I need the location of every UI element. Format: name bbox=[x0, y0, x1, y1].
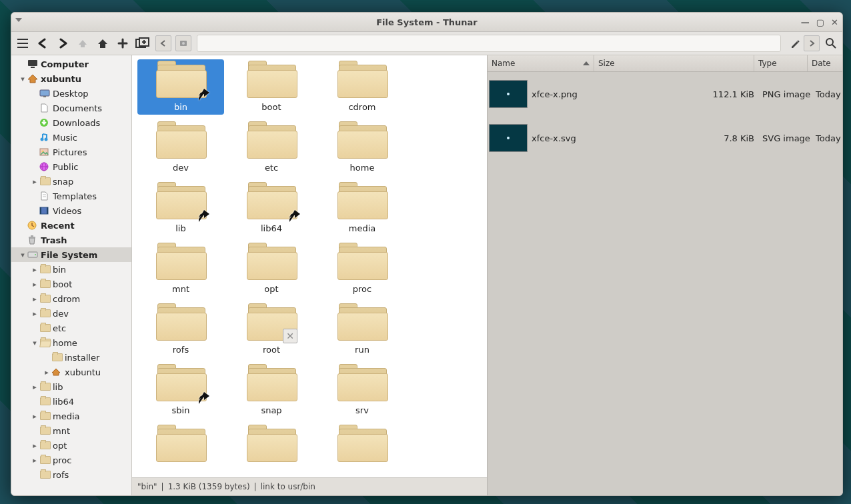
sidebar-fs-etc[interactable]: etc bbox=[11, 321, 131, 335]
folder-partial[interactable] bbox=[319, 423, 405, 469]
sidebar-fs-installer[interactable]: installer bbox=[11, 350, 131, 365]
edit-path-button[interactable] bbox=[786, 35, 804, 52]
sidebar-fs-media[interactable]: ▸ media bbox=[11, 409, 131, 423]
path-bar[interactable] bbox=[197, 35, 781, 52]
folder-icon bbox=[39, 426, 51, 436]
folder-dev[interactable]: dev bbox=[137, 120, 224, 175]
folder-cdrom[interactable]: cdrom bbox=[319, 59, 405, 115]
preview-row[interactable]: xfce-x.png 112.1 KiB PNG image Today bbox=[488, 72, 842, 116]
icon-view[interactable]: bin boot cdrom dev etc home lib bbox=[132, 55, 487, 477]
preview-row[interactable]: xfce-x.svg 7.8 KiB SVG image Today bbox=[488, 116, 842, 160]
sidebar-item-public[interactable]: Public bbox=[11, 159, 131, 174]
expander-icon[interactable]: ▸ bbox=[30, 456, 39, 465]
folder-media[interactable]: media bbox=[319, 181, 405, 236]
new-button[interactable] bbox=[114, 35, 131, 52]
sidebar-recent[interactable]: Recent bbox=[11, 218, 131, 233]
expander-icon[interactable]: ▾ bbox=[18, 251, 27, 259]
titlebar[interactable]: File System - Thunar — ▢ ✕ bbox=[11, 13, 842, 32]
column-size[interactable]: Size bbox=[594, 55, 754, 71]
folder-lib64[interactable]: lib64 bbox=[228, 181, 315, 236]
file-date: Today bbox=[816, 133, 842, 143]
expander-icon[interactable]: ▸ bbox=[30, 177, 39, 186]
folder-partial[interactable] bbox=[228, 423, 315, 469]
folder-boot[interactable]: boot bbox=[228, 59, 315, 115]
sidebar-fs-proc[interactable]: ▸ proc bbox=[11, 453, 131, 467]
folder-icon bbox=[39, 470, 51, 480]
sidebar-item-pictures[interactable]: Pictures bbox=[11, 145, 131, 159]
path-next-button[interactable] bbox=[804, 35, 820, 51]
close-button[interactable]: ✕ bbox=[831, 17, 838, 27]
sidebar-item-downloads[interactable]: Downloads bbox=[11, 115, 131, 130]
folder-rofs[interactable]: rofs bbox=[137, 302, 224, 357]
hamburger-menu-icon[interactable] bbox=[14, 35, 31, 52]
folder-run[interactable]: run bbox=[319, 302, 405, 357]
search-button[interactable] bbox=[822, 35, 840, 52]
preview-body[interactable]: xfce-x.png 112.1 KiB PNG image Today xfc… bbox=[488, 72, 842, 495]
window-menu-icon[interactable] bbox=[15, 18, 22, 22]
sidebar-fs-opt[interactable]: ▸ opt bbox=[11, 438, 131, 453]
folder-sbin[interactable]: sbin bbox=[137, 363, 224, 418]
sidebar-fs-home[interactable]: ▾ home bbox=[11, 335, 131, 350]
column-date[interactable]: Date bbox=[808, 55, 842, 71]
sidebar-trash[interactable]: Trash bbox=[11, 233, 131, 247]
column-type[interactable]: Type bbox=[754, 55, 808, 71]
maximize-button[interactable]: ▢ bbox=[816, 17, 824, 27]
folder-home[interactable]: home bbox=[319, 120, 405, 175]
sidebar-fs-boot[interactable]: ▸ boot bbox=[11, 277, 131, 291]
expander-icon[interactable]: ▸ bbox=[42, 368, 51, 377]
home-button[interactable] bbox=[94, 35, 111, 52]
sidebar-item-templates[interactable]: Templates bbox=[11, 189, 131, 203]
back-button[interactable] bbox=[34, 35, 51, 52]
preview-header[interactable]: Name Size Type Date bbox=[488, 55, 842, 72]
expander-icon[interactable]: ▸ bbox=[30, 280, 39, 289]
sidebar-filesystem[interactable]: ▾ File System bbox=[11, 247, 131, 262]
sidebar-item-videos[interactable]: Videos bbox=[11, 203, 131, 218]
folder-icon bbox=[244, 183, 299, 221]
sidebar-fs-dev[interactable]: ▸ dev bbox=[11, 306, 131, 321]
minimize-button[interactable]: — bbox=[801, 17, 810, 27]
expander-icon[interactable]: ▸ bbox=[30, 265, 39, 274]
sidebar-fs-mnt[interactable]: mnt bbox=[11, 423, 131, 438]
folder-bin[interactable]: bin bbox=[137, 59, 224, 115]
expander-icon[interactable]: ▸ bbox=[30, 309, 39, 318]
expander-icon[interactable]: ▸ bbox=[30, 441, 39, 450]
sidebar-home[interactable]: ▾ xubuntu bbox=[11, 71, 131, 86]
sidebar[interactable]: Computer ▾ xubuntu Desktop Documents Dow… bbox=[11, 55, 132, 495]
sidebar-item-documents[interactable]: Documents bbox=[11, 101, 131, 115]
expander-icon[interactable]: ▾ bbox=[18, 75, 27, 83]
folder-srv[interactable]: srv bbox=[319, 363, 405, 418]
folder-mnt[interactable]: mnt bbox=[137, 241, 224, 297]
sidebar-fs-xubuntu[interactable]: ▸ xubuntu bbox=[11, 365, 131, 379]
expander-icon[interactable]: ▾ bbox=[30, 339, 39, 347]
folder-snap[interactable]: snap bbox=[228, 363, 315, 418]
folder-icon: ✕ bbox=[244, 305, 299, 342]
folder-root[interactable]: ✕ root bbox=[228, 302, 315, 357]
folder-proc[interactable]: proc bbox=[319, 241, 405, 297]
sidebar-item-desktop[interactable]: Desktop bbox=[11, 86, 131, 101]
expander-icon[interactable]: ▸ bbox=[30, 295, 39, 303]
sidebar-fs-lib[interactable]: ▸ lib bbox=[11, 379, 131, 394]
folder-label: srv bbox=[355, 405, 369, 415]
sidebar-fs-rofs[interactable]: rofs bbox=[11, 467, 131, 482]
path-prev-button[interactable] bbox=[155, 35, 171, 51]
folder-lib[interactable]: lib bbox=[137, 181, 224, 236]
sidebar-item-snap[interactable]: ▸ snap bbox=[11, 174, 131, 189]
up-button[interactable] bbox=[74, 35, 91, 52]
folder-etc[interactable]: etc bbox=[228, 120, 315, 175]
folder-opt[interactable]: opt bbox=[228, 241, 315, 297]
expander-icon[interactable]: ▸ bbox=[30, 412, 39, 421]
forward-button[interactable] bbox=[54, 35, 71, 52]
sidebar-fs-cdrom[interactable]: ▸ cdrom bbox=[11, 291, 131, 306]
new-tab-button[interactable] bbox=[134, 35, 151, 52]
folder-label: boot bbox=[261, 102, 281, 112]
status-name: "bin" bbox=[137, 482, 157, 491]
sidebar-fs-bin[interactable]: ▸ bin bbox=[11, 262, 131, 277]
folder-partial[interactable] bbox=[137, 423, 224, 469]
expander-icon[interactable]: ▸ bbox=[30, 383, 39, 391]
sidebar-fs-lib64[interactable]: lib64 bbox=[11, 394, 131, 409]
path-root-icon[interactable] bbox=[175, 35, 191, 51]
column-name[interactable]: Name bbox=[488, 55, 594, 71]
videos-icon bbox=[39, 207, 51, 215]
sidebar-computer[interactable]: Computer bbox=[11, 57, 131, 71]
sidebar-item-music[interactable]: Music bbox=[11, 130, 131, 145]
